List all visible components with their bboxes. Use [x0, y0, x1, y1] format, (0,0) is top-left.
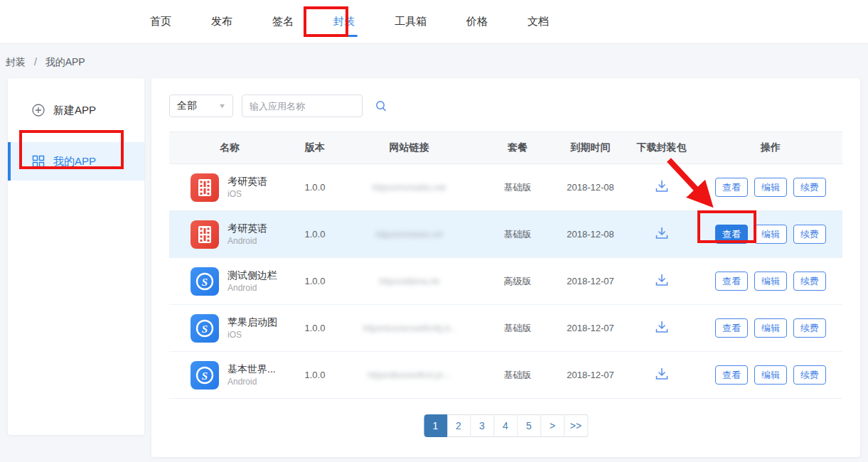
sidebar-item-label: 新建APP	[53, 104, 96, 117]
breadcrumb-current: 我的APP	[45, 56, 85, 68]
last-page-button[interactable]: >>	[564, 414, 588, 437]
view-button[interactable]: 查看	[715, 178, 748, 197]
view-button[interactable]: 查看	[715, 318, 748, 338]
actions-cell: 查看编辑续费	[699, 365, 842, 385]
website-link-cell: httpxnnnxbsks.nrt	[340, 229, 478, 240]
renew-button[interactable]: 续费	[793, 365, 826, 385]
expiry-cell: 2018-12-07	[557, 370, 624, 380]
plan-cell: 基础版	[478, 369, 557, 382]
blurred-link: httpxxnnvnukbs.net	[373, 183, 446, 193]
expiry-cell: 2018-12-08	[557, 229, 624, 240]
table-row: 考研英语iOS1.0.0httpxxnnvnukbs.net基础版2018-12…	[169, 164, 842, 211]
version-cell: 1.0.0	[290, 323, 340, 333]
website-link-cell: httpxxnnvnukbs.net	[340, 182, 478, 193]
search-input[interactable]	[250, 101, 375, 112]
filter-row: 全部 ▼	[169, 95, 842, 117]
blurred-link: httpxntbsvwvtfcnt.jrr...	[368, 370, 450, 380]
edit-button[interactable]: 编辑	[754, 318, 787, 338]
actions-cell: 查看编辑续费	[699, 178, 842, 197]
download-icon[interactable]	[654, 272, 670, 288]
sidebar-item-new-app[interactable]: 新建APP	[8, 91, 144, 129]
app-name-cell: 考研英语Android	[169, 220, 290, 249]
renew-button[interactable]: 续费	[793, 318, 826, 338]
sidebar: 新建APP 我的APP	[8, 78, 144, 435]
blurred-link: httpsxxbbma.nb	[379, 276, 439, 286]
version-cell: 1.0.0	[290, 370, 340, 380]
breadcrumb-parent[interactable]: 封装	[6, 56, 26, 68]
nav-tab-价格[interactable]: 价格	[462, 1, 492, 43]
pagination: 12345>>>	[424, 414, 588, 437]
app-name: 考研英语	[227, 222, 267, 235]
nav-tab-工具箱[interactable]: 工具箱	[390, 1, 431, 43]
download-icon[interactable]	[654, 366, 670, 382]
download-cell	[624, 319, 699, 337]
svg-text:S: S	[202, 323, 208, 334]
app-platform: Android	[227, 376, 276, 387]
next-page-button[interactable]: >	[541, 414, 564, 437]
dropdown-value: 全部	[177, 100, 197, 112]
renew-button[interactable]: 续费	[793, 178, 826, 197]
page-button-1[interactable]: 1	[424, 414, 447, 437]
page-button-2[interactable]: 2	[447, 414, 471, 437]
app-name-cell: 考研英语iOS	[169, 173, 290, 202]
app-platform: Android	[227, 235, 267, 247]
film-app-icon	[191, 173, 219, 202]
view-button[interactable]: 查看	[715, 272, 748, 291]
actions-cell: 查看编辑续费	[699, 318, 842, 338]
column-header: 网站链接	[340, 141, 478, 154]
edit-button[interactable]: 编辑	[754, 178, 787, 197]
edit-button[interactable]: 编辑	[754, 225, 787, 244]
download-icon[interactable]	[654, 178, 670, 194]
download-cell	[624, 178, 699, 196]
app-name-wrap: 考研英语Android	[227, 222, 267, 247]
actions-cell: 查看编辑续费	[699, 225, 842, 244]
nav-tab-文档[interactable]: 文档	[523, 1, 553, 43]
version-cell: 1.0.0	[290, 276, 340, 286]
table-row: S苹果启动图iOS1.0.0httpxntusnesswtfcnttj.ix..…	[169, 305, 842, 352]
blurred-link: httpxnnnxbsks.nrt	[375, 230, 442, 240]
renew-button[interactable]: 续费	[793, 272, 826, 291]
plan-cell: 高级版	[478, 275, 557, 288]
edit-button[interactable]: 编辑	[754, 365, 787, 385]
column-header: 到期时间	[557, 141, 624, 154]
column-header: 版本	[290, 141, 340, 154]
column-header: 操作	[699, 141, 842, 154]
nav-tab-发布[interactable]: 发布	[207, 1, 237, 43]
app-name-wrap: 苹果启动图iOS	[227, 316, 277, 340]
actions-cell: 查看编辑续费	[699, 272, 842, 291]
category-dropdown[interactable]: 全部 ▼	[169, 95, 233, 117]
s-logo-app-icon: S	[191, 314, 219, 343]
expiry-cell: 2018-12-08	[557, 182, 624, 193]
page-button-3[interactable]: 3	[471, 414, 494, 437]
column-header: 名称	[169, 141, 290, 154]
app-name: 基本世界...	[227, 362, 276, 376]
s-logo-app-icon: S	[191, 361, 219, 390]
download-cell	[624, 366, 699, 384]
view-button[interactable]: 查看	[715, 365, 748, 385]
edit-button[interactable]: 编辑	[754, 272, 787, 291]
app-table: 名称版本网站链接套餐到期时间下载封装包操作 考研英语iOS1.0.0httpxx…	[169, 131, 842, 399]
top-navigation: 首页发布签名封装工具箱价格文档	[0, 0, 868, 44]
nav-tab-签名[interactable]: 签名	[268, 1, 298, 43]
nav-tab-首页[interactable]: 首页	[146, 1, 176, 43]
view-button[interactable]: 查看	[715, 225, 748, 244]
version-cell: 1.0.0	[290, 182, 340, 193]
download-icon[interactable]	[654, 319, 670, 335]
film-app-icon	[191, 220, 219, 249]
renew-button[interactable]: 续费	[793, 225, 826, 244]
breadcrumb: 封装 / 我的APP	[6, 56, 85, 69]
nav-tab-封装[interactable]: 封装	[329, 1, 359, 43]
app-platform: Android	[227, 282, 277, 294]
search-icon[interactable]	[375, 100, 387, 112]
table-row: 考研英语Android1.0.0httpxnnnxbsks.nrt基础版2018…	[169, 211, 842, 258]
page-button-4[interactable]: 4	[494, 414, 518, 437]
app-name-wrap: 考研英语iOS	[227, 175, 267, 200]
app-name-cell: S苹果启动图iOS	[169, 314, 290, 343]
plus-circle-icon	[32, 104, 45, 117]
download-icon[interactable]	[654, 225, 670, 241]
table-header: 名称版本网站链接套餐到期时间下载封装包操作	[169, 131, 842, 164]
main-panel: 全部 ▼ 名称版本网站链接套餐到期时间下载封装包操作 考研英语iOS1.0.0h…	[151, 78, 860, 457]
sidebar-item-my-app[interactable]: 我的APP	[8, 142, 144, 181]
plan-cell: 基础版	[478, 181, 557, 194]
page-button-5[interactable]: 5	[518, 414, 541, 437]
